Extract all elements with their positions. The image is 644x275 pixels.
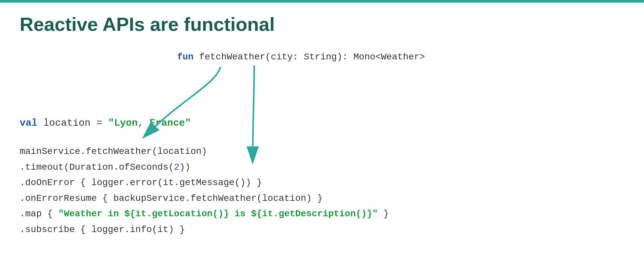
slide-title: Reactive APIs are functional xyxy=(0,3,644,42)
val-keyword: val xyxy=(20,117,37,129)
content-area: fun fetchWeather(city: String): Mono<Wea… xyxy=(20,49,624,262)
chain-line-6: .subscribe { logger.info(it) } xyxy=(20,222,389,238)
val-assign: location = xyxy=(37,117,108,129)
location-string: "Lyon, France" xyxy=(108,117,191,129)
chain-line-2: .timeout(Duration.ofSeconds(2)) xyxy=(20,159,389,175)
val-line: val location = "Lyon, France" xyxy=(20,117,191,129)
chain-line-3: .doOnError { logger.error(it.getMessage(… xyxy=(20,175,389,191)
number-2: 2 xyxy=(174,162,179,172)
slide: Reactive APIs are functional fun fetchWe… xyxy=(0,0,644,275)
fun-signature: fun fetchWeather(city: String): Mono<Wea… xyxy=(177,52,425,62)
chain-line-5: .map { "Weather in ${it.getLocation()} i… xyxy=(20,206,389,222)
chain-line-4: .onErrorResume { backupService.fetchWeat… xyxy=(20,191,389,206)
map-string: "Weather in ${it.getLocation()} is ${it.… xyxy=(58,209,378,219)
chain-code: mainService.fetchWeather(location) .time… xyxy=(20,144,389,238)
fun-keyword: fun xyxy=(177,52,193,62)
fun-name-text: fetchWeather(city: String): Mono<Weather… xyxy=(193,52,425,62)
chain-line-1: mainService.fetchWeather(location) xyxy=(20,144,389,159)
